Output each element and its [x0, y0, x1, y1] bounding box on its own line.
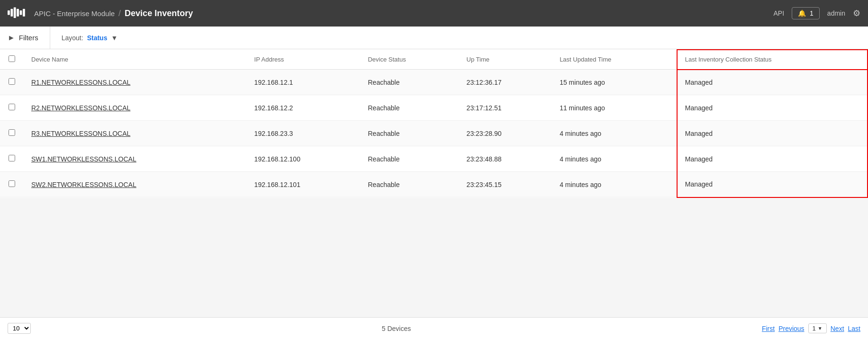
- layout-section: Layout: Status ▼: [50, 34, 118, 42]
- api-link[interactable]: API: [773, 9, 784, 17]
- collection-status-cell: Managed: [677, 172, 868, 197]
- collection-status-cell: Managed: [677, 70, 868, 95]
- row-checkbox[interactable]: [9, 155, 15, 161]
- ip-address-cell: 192.168.12.100: [247, 146, 361, 172]
- device-name-link[interactable]: SW2.NETWORKLESSONS.LOCAL: [31, 181, 136, 188]
- device-status-cell: Reachable: [360, 146, 459, 172]
- device-name-link[interactable]: R3.NETWORKLESSONS.LOCAL: [31, 130, 130, 137]
- device-status-cell: Reachable: [360, 95, 459, 121]
- device-name-link[interactable]: R2.NETWORKLESSONS.LOCAL: [31, 104, 130, 112]
- page-title: Device Inventory: [125, 9, 193, 18]
- up-time-cell: 23:12:36.17: [459, 70, 552, 95]
- collection-status-cell: Managed: [677, 146, 868, 172]
- last-updated-cell: 11 minutes ago: [552, 95, 677, 121]
- row-checkbox[interactable]: [9, 78, 15, 85]
- svg-rect-0: [8, 10, 10, 15]
- device-name-cell[interactable]: SW1.NETWORKLESSONS.LOCAL: [24, 146, 247, 172]
- col-collection-status: Last Inventory Collection Status: [677, 50, 868, 70]
- settings-icon[interactable]: ⚙: [853, 8, 860, 18]
- notification-count: 1: [810, 9, 814, 17]
- notifications-button[interactable]: 🔔 1: [792, 7, 820, 19]
- svg-rect-5: [23, 9, 25, 17]
- filters-label: Filters: [19, 34, 38, 42]
- up-time-cell: 23:23:45.15: [459, 172, 552, 197]
- bell-icon: 🔔: [798, 9, 806, 17]
- row-checkbox-cell[interactable]: [0, 172, 24, 197]
- col-ip-address: IP Address: [247, 50, 361, 70]
- table-row: R2.NETWORKLESSONS.LOCAL192.168.12.2Reach…: [0, 95, 868, 121]
- device-name-cell[interactable]: SW2.NETWORKLESSONS.LOCAL: [24, 172, 247, 197]
- svg-rect-1: [10, 9, 13, 17]
- device-name-cell[interactable]: R1.NETWORKLESSONS.LOCAL: [24, 70, 247, 95]
- ip-address-cell: 192.168.12.1: [247, 70, 361, 95]
- last-updated-cell: 15 minutes ago: [552, 70, 677, 95]
- admin-label: admin: [827, 9, 845, 17]
- select-all-checkbox[interactable]: [9, 55, 15, 62]
- device-name-cell[interactable]: R3.NETWORKLESSONS.LOCAL: [24, 121, 247, 146]
- device-name-link[interactable]: R1.NETWORKLESSONS.LOCAL: [31, 79, 130, 86]
- row-checkbox[interactable]: [9, 129, 15, 136]
- last-updated-cell: 4 minutes ago: [552, 121, 677, 146]
- table-row: SW1.NETWORKLESSONS.LOCAL192.168.12.100Re…: [0, 146, 868, 172]
- device-status-cell: Reachable: [360, 121, 459, 146]
- row-checkbox-cell[interactable]: [0, 70, 24, 95]
- svg-rect-2: [14, 8, 16, 18]
- layout-value[interactable]: Status: [87, 34, 108, 42]
- cisco-logo-icon: [8, 7, 27, 20]
- header: APIC - Enterprise Module / Device Invent…: [0, 0, 868, 27]
- table-header-row: Device Name IP Address Device Status Up …: [0, 50, 868, 70]
- svg-rect-4: [20, 10, 22, 15]
- breadcrumb-separator: /: [118, 9, 121, 18]
- up-time-cell: 23:17:12.51: [459, 95, 552, 121]
- up-time-cell: 23:23:28.90: [459, 121, 552, 146]
- collection-status-cell: Managed: [677, 121, 868, 146]
- device-name-cell[interactable]: R2.NETWORKLESSONS.LOCAL: [24, 95, 247, 121]
- row-checkbox-cell[interactable]: [0, 95, 24, 121]
- device-status-cell: Reachable: [360, 70, 459, 95]
- collection-status-cell: Managed: [677, 95, 868, 121]
- device-status-cell: Reachable: [360, 172, 459, 197]
- table-row: R1.NETWORKLESSONS.LOCAL192.168.12.1Reach…: [0, 70, 868, 95]
- row-checkbox[interactable]: [9, 104, 15, 110]
- ip-address-cell: 192.168.12.101: [247, 172, 361, 197]
- device-name-link[interactable]: SW1.NETWORKLESSONS.LOCAL: [31, 155, 136, 163]
- col-device-name: Device Name: [24, 50, 247, 70]
- col-up-time: Up Time: [459, 50, 552, 70]
- filters-section[interactable]: ► Filters: [8, 27, 50, 49]
- col-device-status: Device Status: [360, 50, 459, 70]
- header-right: API 🔔 1 admin ⚙: [773, 7, 860, 19]
- app-name: APIC - Enterprise Module: [34, 9, 115, 18]
- layout-label: Layout:: [62, 34, 83, 42]
- layout-dropdown-icon[interactable]: ▼: [111, 34, 118, 42]
- filters-expand-icon[interactable]: ►: [8, 34, 15, 42]
- cisco-logo-area: [8, 7, 27, 20]
- last-updated-cell: 4 minutes ago: [552, 146, 677, 172]
- ip-address-cell: 192.168.23.3: [247, 121, 361, 146]
- table-row: SW2.NETWORKLESSONS.LOCAL192.168.12.101Re…: [0, 172, 868, 197]
- table-row: R3.NETWORKLESSONS.LOCAL192.168.23.3Reach…: [0, 121, 868, 146]
- select-all-header[interactable]: [0, 50, 24, 70]
- ip-address-cell: 192.168.12.2: [247, 95, 361, 121]
- col-last-updated: Last Updated Time: [552, 50, 677, 70]
- up-time-cell: 23:23:48.88: [459, 146, 552, 172]
- svg-rect-3: [17, 9, 19, 17]
- device-table-container: Device Name IP Address Device Status Up …: [0, 49, 868, 198]
- row-checkbox[interactable]: [9, 180, 15, 187]
- last-updated-cell: 4 minutes ago: [552, 172, 677, 197]
- toolbar: ► Filters Layout: Status ▼: [0, 27, 868, 49]
- row-checkbox-cell[interactable]: [0, 121, 24, 146]
- device-table: Device Name IP Address Device Status Up …: [0, 49, 868, 198]
- row-checkbox-cell[interactable]: [0, 146, 24, 172]
